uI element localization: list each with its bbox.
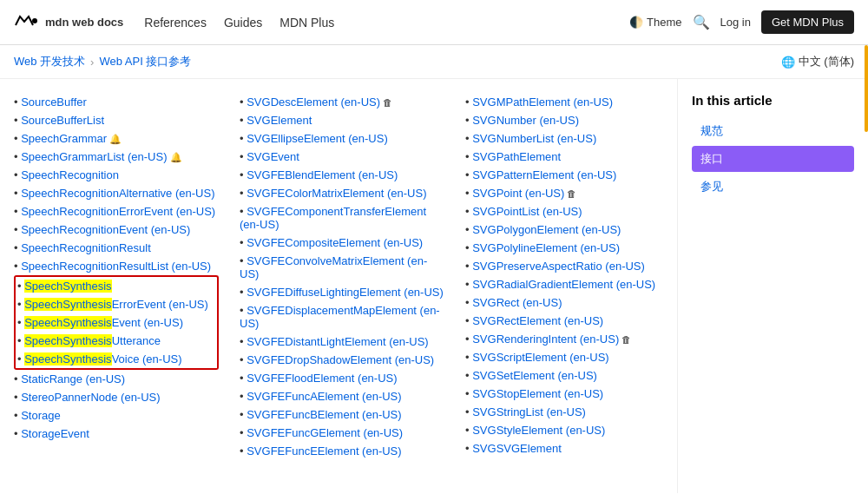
api-link[interactable]: SVGRect (en-US) [472,296,562,309]
breadcrumb-item-1[interactable]: Web API 接口参考 [99,54,191,69]
api-link[interactable]: SourceBufferList [21,114,104,127]
api-link[interactable]: SVGFEFloodElement (en-US) [247,372,397,385]
list-item: SpeechRecognitionErrorEvent (en-US) [14,202,219,221]
api-link[interactable]: SVGFEDropShadowElement (en-US) [247,353,434,366]
api-link[interactable]: SVGFEDiffuseLightingElement (en-US) [247,286,444,299]
api-link[interactable]: SVGFEBlendElement (en-US) [247,168,398,181]
list-item: SVGPoint (en-US)🗑 [465,184,670,202]
api-link[interactable]: SVGFECompositeElement (en-US) [247,236,423,249]
list-item: SVGFEDiffuseLightingElement (en-US) [240,283,444,301]
api-link[interactable]: SVGPreserveAspectRatio (en-US) [472,260,645,273]
col1: SourceBuffer SourceBufferList SpeechGram… [0,93,226,460]
api-link[interactable]: SVGPolygonElement (en-US) [472,223,621,236]
list-item: SpeechSynthesis [14,275,219,295]
list-item: StereoPannerNode (en-US) [14,388,219,406]
list-item: SVGPathElement [465,148,670,166]
list-item: SVGElement [240,111,444,129]
theme-icon: 🌓 [629,16,643,29]
api-link[interactable]: SpeechRecognitionResultList (en-US) [21,260,211,273]
sidebar-nav: 规范接口参见 [692,118,854,200]
sidebar-item-2[interactable]: 参见 [692,174,854,200]
list-item: StorageEvent [14,425,219,443]
list-item: SVGNumber (en-US) [465,111,670,129]
api-link[interactable]: SpeechGrammar [21,132,107,145]
search-button[interactable]: 🔍 [693,14,710,30]
api-link[interactable]: SVGSVGElement [472,442,562,455]
nav-mdn-plus[interactable]: MDN Plus [279,16,334,30]
list-item: StaticRange (en-US) [14,370,219,388]
sidebar-item-0[interactable]: 规范 [692,118,854,144]
list-item: SVGFEFuncEElement (en-US) [240,442,444,460]
api-link[interactable]: SVGDescElement (en-US) [247,96,380,109]
api-link[interactable]: SVGRectElement (en-US) [472,314,603,327]
api-link[interactable]: SVGSetElement (en-US) [472,369,597,382]
breadcrumb-sep: › [90,56,94,69]
list-item: SVGFEDropShadowElement (en-US) [240,351,444,369]
api-link[interactable]: SVGFEFuncBElement (en-US) [247,408,401,421]
api-link[interactable]: SpeechGrammarList (en-US) [21,150,167,163]
api-link[interactable]: SVGRadialGradientElement (en-US) [472,278,655,291]
mdn-plus-button[interactable]: Get MDN Plus [761,10,854,34]
theme-button[interactable]: 🌓 Theme [629,16,681,29]
api-link[interactable]: StaticRange (en-US) [21,372,125,385]
sidebar-item-1[interactable]: 接口 [692,146,854,172]
api-link[interactable]: SVGFEFuncGElement (en-US) [247,426,403,439]
list-item: SpeechSynthesisUtterance [14,332,219,350]
api-link[interactable]: SVGPatternElement (en-US) [472,168,616,181]
api-link[interactable]: SpeechSynthesisUtterance [24,334,161,347]
list-item: SVGFEComponentTransferElement (en-US) [240,202,444,234]
list-item: SVGFECompositeElement (en-US) [240,234,444,252]
api-link[interactable]: SVGNumber (en-US) [472,114,579,127]
api-link[interactable]: SVGNumberList (en-US) [472,132,596,145]
api-link[interactable]: SVGEvent [247,150,299,163]
api-link[interactable]: SVGFEComponentTransferElement (en-US) [240,205,426,231]
list-item: SVGScriptElement (en-US) [465,348,670,366]
api-link[interactable]: SVGStringList (en-US) [472,405,586,418]
language-button[interactable]: 🌐 中文 (简体) [781,54,854,69]
list-item: SVGDescElement (en-US)🗑 [240,93,444,111]
api-link[interactable]: SpeechSynthesis [24,280,111,293]
api-link[interactable]: SVGPointList (en-US) [472,205,582,218]
list-item: Storage [14,406,219,425]
api-link[interactable]: SVGFEColorMatrixElement (en-US) [247,187,426,200]
trash-icon: 🗑 [383,97,392,108]
col3: SVGMPathElement (en-US) SVGNumber (en-US… [451,93,677,460]
breadcrumb-item-0[interactable]: Web 开发技术 [14,54,85,69]
api-link[interactable]: SVGEllipseElement (en-US) [247,132,388,145]
list-item: SVGRenderingIntent (en-US)🗑 [465,330,670,348]
api-link[interactable]: SVGStopElement (en-US) [472,387,603,400]
api-link[interactable]: SpeechSynthesisVoice (en-US) [24,352,181,366]
list-item: SVGEllipseElement (en-US) [240,129,444,148]
api-link[interactable]: SVGPoint (en-US) [472,187,564,200]
api-link[interactable]: SVGStyleElement (en-US) [472,424,605,437]
api-link[interactable]: SpeechRecognitionEvent (en-US) [21,223,190,236]
api-link[interactable]: SpeechRecognitionAlternative (en-US) [21,187,214,200]
right-sidebar: In this article 规范接口参见 [677,79,868,493]
list-item: SVGFEFloodElement (en-US) [240,369,444,387]
api-link[interactable]: SpeechSynthesisEvent (en-US) [24,316,183,329]
api-link[interactable]: SpeechSynthesisErrorEvent (en-US) [24,298,208,311]
api-link[interactable]: SpeechRecognitionResult [21,241,151,254]
list-item: SVGRect (en-US) [465,293,670,312]
header-right: 🌓 Theme 🔍 Log in Get MDN Plus [629,10,854,34]
api-link[interactable]: SpeechRecognitionErrorEvent (en-US) [21,205,215,218]
api-link[interactable]: SpeechRecognition [21,168,119,181]
api-link[interactable]: StereoPannerNode (en-US) [21,391,160,404]
api-link[interactable]: SourceBuffer [21,96,87,109]
api-link[interactable]: StorageEvent [21,427,89,440]
api-link[interactable]: SVGMPathElement (en-US) [472,96,613,109]
api-link[interactable]: SVGPolylineElement (en-US) [472,241,620,254]
api-link[interactable]: SVGFEConvolveMatrixElement (en-US) [240,254,427,280]
nav-guides[interactable]: Guides [224,16,262,30]
api-link[interactable]: Storage [21,409,61,422]
api-link[interactable]: SVGPathElement [472,150,561,163]
api-link[interactable]: SVGFEDistantLightElement (en-US) [247,335,429,348]
api-link[interactable]: SVGScriptElement (en-US) [472,351,609,364]
api-link[interactable]: SVGFEFuncAElement (en-US) [247,390,401,403]
login-button[interactable]: Log in [720,16,751,29]
api-link[interactable]: SVGRenderingIntent (en-US) [472,333,619,346]
api-link[interactable]: SVGFEDisplacementMapElement (en-US) [240,304,440,330]
api-link[interactable]: SVGElement [247,114,312,127]
nav-references[interactable]: References [144,16,207,30]
api-link[interactable]: SVGFEFuncEElement (en-US) [247,445,401,458]
